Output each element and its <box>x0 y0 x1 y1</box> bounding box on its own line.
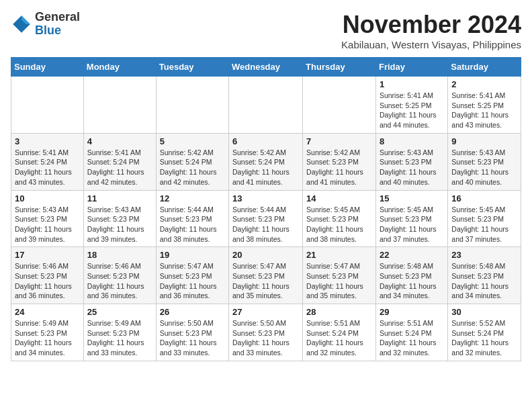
calendar-cell: 21Sunrise: 5:47 AM Sunset: 5:23 PM Dayli… <box>303 247 376 304</box>
calendar-cell: 26Sunrise: 5:50 AM Sunset: 5:23 PM Dayli… <box>156 304 228 361</box>
calendar-cell <box>156 77 228 134</box>
calendar-cell: 19Sunrise: 5:47 AM Sunset: 5:23 PM Dayli… <box>156 247 228 304</box>
calendar-cell: 7Sunrise: 5:42 AM Sunset: 5:23 PM Daylig… <box>303 133 376 190</box>
calendar-cell: 6Sunrise: 5:42 AM Sunset: 5:24 PM Daylig… <box>229 133 303 190</box>
day-info: Sunrise: 5:44 AM Sunset: 5:23 PM Dayligh… <box>160 205 225 244</box>
day-info: Sunrise: 5:43 AM Sunset: 5:23 PM Dayligh… <box>87 205 152 244</box>
day-info: Sunrise: 5:41 AM Sunset: 5:25 PM Dayligh… <box>451 91 517 130</box>
day-number: 29 <box>380 307 444 317</box>
calendar-cell: 8Sunrise: 5:43 AM Sunset: 5:23 PM Daylig… <box>375 133 447 190</box>
day-info: Sunrise: 5:42 AM Sunset: 5:24 PM Dayligh… <box>160 148 225 187</box>
day-info: Sunrise: 5:48 AM Sunset: 5:23 PM Dayligh… <box>451 261 517 301</box>
location: Kabilauan, Western Visayas, Philippines <box>341 39 521 50</box>
calendar-cell: 27Sunrise: 5:50 AM Sunset: 5:23 PM Dayli… <box>229 304 303 361</box>
calendar-cell: 18Sunrise: 5:46 AM Sunset: 5:23 PM Dayli… <box>83 247 156 304</box>
day-info: Sunrise: 5:51 AM Sunset: 5:24 PM Dayligh… <box>306 318 372 358</box>
day-info: Sunrise: 5:42 AM Sunset: 5:23 PM Dayligh… <box>306 148 372 187</box>
day-info: Sunrise: 5:50 AM Sunset: 5:23 PM Dayligh… <box>160 318 225 358</box>
weekday-header-row: SundayMondayTuesdayWednesdayThursdayFrid… <box>11 58 521 77</box>
calendar-cell: 22Sunrise: 5:48 AM Sunset: 5:23 PM Dayli… <box>375 247 447 304</box>
day-info: Sunrise: 5:47 AM Sunset: 5:23 PM Dayligh… <box>306 261 372 301</box>
calendar-cell: 20Sunrise: 5:47 AM Sunset: 5:23 PM Dayli… <box>229 247 303 304</box>
calendar-cell: 12Sunrise: 5:44 AM Sunset: 5:23 PM Dayli… <box>156 190 228 247</box>
day-number: 22 <box>380 250 444 260</box>
day-number: 14 <box>306 193 372 203</box>
calendar-cell: 1Sunrise: 5:41 AM Sunset: 5:25 PM Daylig… <box>375 77 447 134</box>
day-number: 25 <box>87 307 152 317</box>
day-number: 10 <box>15 193 80 203</box>
weekday-header: Saturday <box>448 58 521 77</box>
day-number: 18 <box>87 250 152 260</box>
day-number: 12 <box>160 193 225 203</box>
logo-text: General Blue <box>35 11 80 38</box>
calendar-cell <box>11 77 84 134</box>
day-number: 28 <box>306 307 372 317</box>
calendar-table: SundayMondayTuesdayWednesdayThursdayFrid… <box>11 57 521 361</box>
calendar-week-row: 17Sunrise: 5:46 AM Sunset: 5:23 PM Dayli… <box>11 247 521 304</box>
calendar-cell: 4Sunrise: 5:41 AM Sunset: 5:24 PM Daylig… <box>83 133 156 190</box>
day-number: 27 <box>232 307 299 317</box>
logo: General Blue <box>11 11 80 38</box>
day-number: 15 <box>380 193 444 203</box>
title-block: November 2024 Kabilauan, Western Visayas… <box>341 11 521 50</box>
day-info: Sunrise: 5:41 AM Sunset: 5:25 PM Dayligh… <box>380 91 444 130</box>
day-number: 2 <box>451 79 517 89</box>
calendar-cell: 9Sunrise: 5:43 AM Sunset: 5:23 PM Daylig… <box>448 133 521 190</box>
calendar-cell: 15Sunrise: 5:45 AM Sunset: 5:23 PM Dayli… <box>375 190 447 247</box>
day-number: 4 <box>87 136 152 146</box>
day-number: 21 <box>306 250 372 260</box>
calendar-cell: 11Sunrise: 5:43 AM Sunset: 5:23 PM Dayli… <box>83 190 156 247</box>
day-number: 20 <box>232 250 299 260</box>
day-number: 13 <box>232 193 299 203</box>
weekday-header: Sunday <box>11 58 84 77</box>
day-info: Sunrise: 5:43 AM Sunset: 5:23 PM Dayligh… <box>15 205 80 244</box>
month-title: November 2024 <box>341 11 521 39</box>
day-number: 8 <box>380 136 444 146</box>
day-info: Sunrise: 5:43 AM Sunset: 5:23 PM Dayligh… <box>380 148 444 187</box>
day-info: Sunrise: 5:49 AM Sunset: 5:23 PM Dayligh… <box>87 318 152 358</box>
day-number: 3 <box>15 136 80 146</box>
calendar-cell <box>229 77 303 134</box>
day-info: Sunrise: 5:46 AM Sunset: 5:23 PM Dayligh… <box>87 261 152 301</box>
day-info: Sunrise: 5:46 AM Sunset: 5:23 PM Dayligh… <box>15 261 80 301</box>
day-info: Sunrise: 5:44 AM Sunset: 5:23 PM Dayligh… <box>232 205 299 244</box>
calendar-cell: 2Sunrise: 5:41 AM Sunset: 5:25 PM Daylig… <box>448 77 521 134</box>
day-number: 24 <box>15 307 80 317</box>
day-number: 9 <box>451 136 517 146</box>
day-info: Sunrise: 5:48 AM Sunset: 5:23 PM Dayligh… <box>380 261 444 301</box>
day-info: Sunrise: 5:45 AM Sunset: 5:23 PM Dayligh… <box>451 205 517 244</box>
calendar-week-row: 24Sunrise: 5:49 AM Sunset: 5:23 PM Dayli… <box>11 304 521 361</box>
calendar-cell: 14Sunrise: 5:45 AM Sunset: 5:23 PM Dayli… <box>303 190 376 247</box>
weekday-header: Wednesday <box>229 58 303 77</box>
day-info: Sunrise: 5:41 AM Sunset: 5:24 PM Dayligh… <box>87 148 152 187</box>
calendar-cell: 30Sunrise: 5:52 AM Sunset: 5:24 PM Dayli… <box>448 304 521 361</box>
day-info: Sunrise: 5:49 AM Sunset: 5:23 PM Dayligh… <box>15 318 80 358</box>
day-info: Sunrise: 5:41 AM Sunset: 5:24 PM Dayligh… <box>15 148 80 187</box>
day-info: Sunrise: 5:51 AM Sunset: 5:24 PM Dayligh… <box>380 318 444 358</box>
calendar-week-row: 3Sunrise: 5:41 AM Sunset: 5:24 PM Daylig… <box>11 133 521 190</box>
calendar-cell: 17Sunrise: 5:46 AM Sunset: 5:23 PM Dayli… <box>11 247 84 304</box>
day-info: Sunrise: 5:45 AM Sunset: 5:23 PM Dayligh… <box>380 205 444 244</box>
calendar-cell: 28Sunrise: 5:51 AM Sunset: 5:24 PM Dayli… <box>303 304 376 361</box>
calendar-cell <box>303 77 376 134</box>
day-number: 23 <box>451 250 517 260</box>
calendar-cell: 29Sunrise: 5:51 AM Sunset: 5:24 PM Dayli… <box>375 304 447 361</box>
calendar-cell: 5Sunrise: 5:42 AM Sunset: 5:24 PM Daylig… <box>156 133 228 190</box>
day-info: Sunrise: 5:43 AM Sunset: 5:23 PM Dayligh… <box>451 148 517 187</box>
weekday-header: Monday <box>83 58 156 77</box>
calendar-cell <box>83 77 156 134</box>
weekday-header: Tuesday <box>156 58 228 77</box>
day-number: 26 <box>160 307 225 317</box>
day-info: Sunrise: 5:45 AM Sunset: 5:23 PM Dayligh… <box>306 205 372 244</box>
day-number: 16 <box>451 193 517 203</box>
logo-icon <box>11 13 32 35</box>
weekday-header: Thursday <box>303 58 376 77</box>
calendar-week-row: 10Sunrise: 5:43 AM Sunset: 5:23 PM Dayli… <box>11 190 521 247</box>
calendar-cell: 24Sunrise: 5:49 AM Sunset: 5:23 PM Dayli… <box>11 304 84 361</box>
day-number: 30 <box>451 307 517 317</box>
page-header: General Blue November 2024 Kabilauan, We… <box>11 11 521 50</box>
day-number: 17 <box>15 250 80 260</box>
calendar-cell: 25Sunrise: 5:49 AM Sunset: 5:23 PM Dayli… <box>83 304 156 361</box>
calendar-cell: 3Sunrise: 5:41 AM Sunset: 5:24 PM Daylig… <box>11 133 84 190</box>
day-info: Sunrise: 5:52 AM Sunset: 5:24 PM Dayligh… <box>451 318 517 358</box>
